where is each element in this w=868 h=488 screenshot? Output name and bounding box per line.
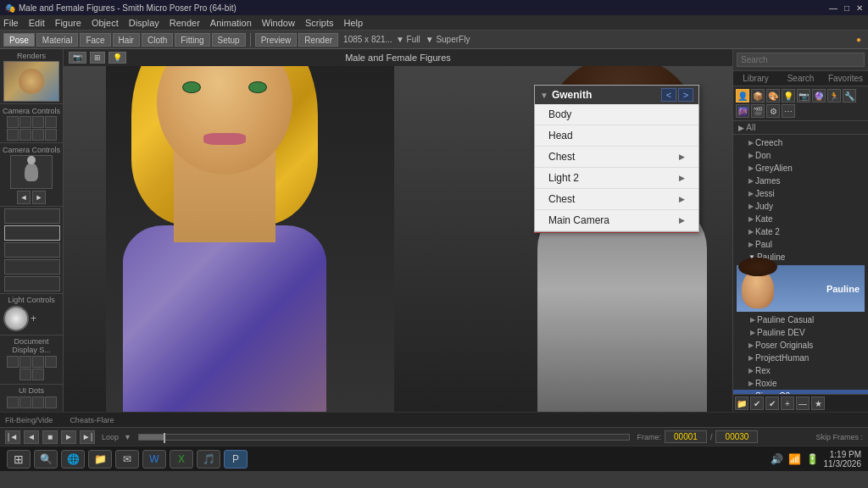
doc-icon-1[interactable] (7, 356, 19, 368)
viewport[interactable]: 📷 ⊞ 💡 Male and Female Figures (64, 49, 732, 412)
doc-icon-2[interactable] (19, 356, 31, 368)
doc-icon-4[interactable] (45, 356, 57, 368)
frame-current[interactable]: 00001 (665, 430, 707, 443)
thumb-3[interactable] (4, 242, 60, 258)
dropdown-prev-btn[interactable]: < (661, 88, 676, 102)
icon-anims[interactable]: 🎬 (751, 104, 765, 118)
taskbar-excel[interactable]: X (170, 450, 193, 469)
menu-chest-2[interactable]: Chest ▶ (535, 189, 698, 210)
tab-face[interactable]: Face (80, 33, 110, 47)
taskbar-mail[interactable]: ✉ (115, 450, 139, 469)
menu-edit[interactable]: Edit (29, 18, 45, 28)
bottom-icon-3[interactable]: ✔ (765, 396, 779, 410)
tree-projecthuman[interactable]: ▶ ProjectHuman (733, 352, 868, 364)
render-btn[interactable]: Render (298, 33, 338, 47)
ui-dot-3[interactable] (32, 396, 44, 408)
preview-btn[interactable]: Preview (255, 33, 298, 47)
menu-object[interactable]: Object (92, 18, 119, 28)
thumb-4[interactable] (4, 259, 60, 274)
cam-btn-1[interactable]: ◄ (17, 191, 31, 204)
edit-tool-8[interactable] (45, 129, 57, 141)
tab-library[interactable]: Library (733, 71, 778, 86)
tab-cloth[interactable]: Cloth (142, 33, 173, 47)
menu-render[interactable]: Render (170, 18, 200, 28)
tree-pauline-dev[interactable]: ▶ Pauline DEV (733, 326, 868, 339)
taskbar-word[interactable]: W (142, 450, 166, 469)
tree-jessi[interactable]: ▶ Jessi (733, 187, 868, 200)
menu-body[interactable]: Body (535, 104, 698, 125)
play-next-btn[interactable]: ►| (80, 430, 95, 444)
tree-james[interactable]: ▶ James (733, 175, 868, 187)
tab-hair[interactable]: Hair (113, 33, 140, 47)
search-input[interactable] (737, 53, 865, 67)
timeline-bar[interactable] (138, 434, 631, 441)
vp-cam-btn[interactable]: 📷 (69, 52, 86, 64)
menu-head[interactable]: Head (535, 125, 698, 147)
thumb-5[interactable] (4, 276, 60, 291)
cam-btn-2[interactable]: ► (32, 191, 46, 204)
tree-greyalien[interactable]: ▶ GreyAlien (733, 162, 868, 175)
menu-main-camera[interactable]: Main Camera ▶ (535, 210, 698, 231)
icon-materials[interactable]: 🔮 (812, 89, 826, 103)
vp-light-btn[interactable]: 💡 (108, 52, 126, 64)
menu-file[interactable]: File (3, 18, 19, 28)
menu-light2[interactable]: Light 2 ▶ (535, 168, 698, 189)
dropdown-collapse-icon[interactable]: ▼ (540, 91, 548, 100)
ui-dot-2[interactable] (19, 396, 31, 408)
tree-creech[interactable]: ▶ Creech (733, 136, 868, 149)
icon-cameras[interactable]: 📷 (797, 89, 810, 103)
edit-tool-1[interactable] (7, 116, 19, 128)
play-begin-btn[interactable]: |◄ (5, 430, 20, 444)
thumb-1[interactable] (4, 208, 60, 224)
light-add-btn[interactable]: + (31, 313, 36, 324)
tab-favorites[interactable]: Favorites (823, 71, 868, 86)
play-prev-btn[interactable]: ◄ (24, 430, 39, 444)
edit-tool-4[interactable] (45, 116, 57, 128)
tree-poser-originals[interactable]: ▶ Poser Originals (733, 339, 868, 352)
tree-kate2[interactable]: ▶ Kate 2 (733, 225, 868, 238)
taskbar-chrome[interactable]: 🌐 (61, 450, 85, 469)
render-thumb[interactable] (3, 61, 59, 102)
menu-animation[interactable]: Animation (210, 18, 252, 28)
bottom-icon-6[interactable]: ★ (811, 396, 825, 410)
tab-fitting[interactable]: Fitting (175, 33, 209, 47)
maximize-btn[interactable]: □ (844, 3, 849, 13)
titlebar-controls[interactable]: — □ ✕ (829, 3, 863, 13)
start-btn[interactable]: ⊞ (7, 450, 31, 469)
icon-poses[interactable]: 🏃 (827, 89, 841, 103)
icon-more[interactable]: ⋯ (782, 104, 795, 118)
icon-props[interactable]: 📦 (751, 89, 765, 103)
edit-tool-7[interactable] (32, 129, 44, 141)
menu-figure[interactable]: Figure (55, 18, 81, 28)
vp-grid-btn[interactable]: ⊞ (90, 52, 105, 64)
thumb-2[interactable] (4, 225, 60, 241)
edit-tool-5[interactable] (7, 129, 19, 141)
edit-tool-3[interactable] (32, 116, 44, 128)
icon-lights[interactable]: 💡 (782, 89, 795, 103)
ui-dot-4[interactable] (45, 396, 57, 408)
menu-help[interactable]: Help (344, 18, 364, 28)
taskbar-poser[interactable]: P (224, 450, 248, 469)
play-stop-btn[interactable]: ■ (42, 430, 58, 444)
icon-scenes[interactable]: 🌆 (736, 104, 749, 118)
menu-chest-1[interactable]: Chest ▶ (535, 147, 698, 168)
taskbar-explorer[interactable]: 📁 (88, 450, 112, 469)
bottom-icon-2[interactable]: ✔ (750, 396, 764, 410)
minimize-btn[interactable]: — (829, 3, 837, 13)
icon-morphs[interactable]: 🔧 (843, 89, 856, 103)
tree-kate[interactable]: ▶ Kate (733, 213, 868, 225)
edit-tool-2[interactable] (19, 116, 31, 128)
doc-icon-3[interactable] (32, 356, 44, 368)
bottom-icon-4[interactable]: + (781, 396, 794, 410)
tree-judy[interactable]: ▶ Judy (733, 200, 868, 213)
dropdown-next-btn[interactable]: > (678, 88, 693, 102)
icon-figures[interactable]: 👤 (736, 89, 749, 103)
menu-scripts[interactable]: Scripts (305, 18, 334, 28)
frame-total[interactable]: 00030 (715, 430, 758, 443)
menu-display[interactable]: Display (129, 18, 159, 28)
doc-icon-6[interactable] (32, 369, 44, 380)
tab-setup[interactable]: Setup (212, 33, 246, 47)
menu-window[interactable]: Window (262, 18, 295, 28)
ui-dot-1[interactable] (7, 396, 19, 408)
tree-paul[interactable]: ▶ Paul (733, 238, 868, 251)
